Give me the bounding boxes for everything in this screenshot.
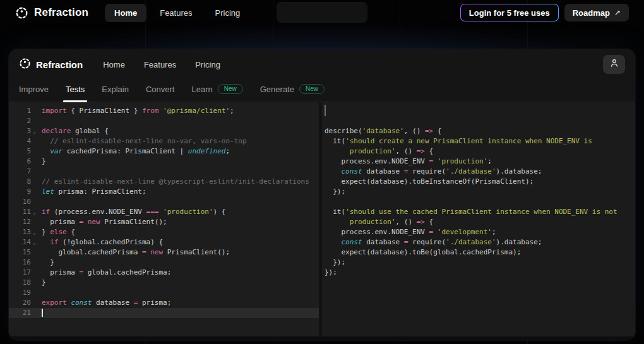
output-code-line[interactable]: expect(database).toBeInstanceOf(PrismaCl… xyxy=(325,177,635,187)
output-code-line[interactable]: }); xyxy=(325,268,635,278)
line-number: 1 xyxy=(9,106,38,116)
code-line[interactable]: 19 xyxy=(9,288,319,298)
line-number: 9 xyxy=(9,187,38,197)
output-code-line[interactable]: expect(database).toBe(global.cachedPrism… xyxy=(325,247,635,258)
text-cursor xyxy=(42,309,43,317)
code-line[interactable]: 6} xyxy=(9,157,319,167)
output-code-line[interactable] xyxy=(325,197,635,207)
tab-convert[interactable]: Convert xyxy=(146,85,175,102)
app-nav: Home Features Pricing xyxy=(103,60,220,69)
code-line[interactable]: 3⌄declare global { xyxy=(9,126,319,136)
code-editor: 1import { PrismaClient } from '@prisma/c… xyxy=(9,102,635,336)
nav-home[interactable]: Home xyxy=(105,4,146,22)
fold-chevron-icon[interactable]: ⌄ xyxy=(31,126,38,136)
tab-generate[interactable]: Generate New xyxy=(260,84,325,102)
external-link-arrow-icon: ↗ xyxy=(614,8,621,17)
output-code-line[interactable] xyxy=(325,116,635,126)
tab-generate-label: Generate xyxy=(260,85,294,94)
text-cursor xyxy=(325,105,326,116)
output-code-line[interactable]: it('should use the cached PrismaClient i… xyxy=(325,207,635,217)
tab-improve-label: Improve xyxy=(19,85,49,94)
app-window: Refraction Home Features Pricing Improve… xyxy=(9,49,635,340)
output-code-line[interactable]: production', () => { xyxy=(325,146,635,157)
user-account-button[interactable] xyxy=(603,55,625,74)
line-number: 4 xyxy=(9,136,38,146)
output-code-line[interactable]: }); xyxy=(325,258,635,268)
line-number: 14⌄ xyxy=(9,237,38,247)
code-line[interactable]: 14⌄ if (!global.cachedPrisma) { xyxy=(9,237,319,247)
output-code-line[interactable]: it('should create a new PrismaClient ins… xyxy=(325,136,635,146)
code-line[interactable]: 2 xyxy=(9,116,319,126)
output-code-line[interactable]: production', () => { xyxy=(325,217,635,227)
output-code-line[interactable]: describe('database', () => { xyxy=(325,126,635,136)
window-footer xyxy=(9,336,635,340)
mode-tabs: Improve Tests Explain Convert Learn New … xyxy=(9,80,635,102)
line-number: 13⌄ xyxy=(9,227,38,237)
tab-explain[interactable]: Explain xyxy=(102,85,129,102)
refraction-logo-icon xyxy=(19,57,31,71)
line-number: 21 xyxy=(9,308,38,318)
output-code-line[interactable]: }); xyxy=(325,187,635,197)
code-line[interactable]: 5 var cachedPrisma: PrismaClient | undef… xyxy=(9,146,319,157)
generated-tests-pane[interactable]: describe('database', () => { it('should … xyxy=(322,102,635,336)
tab-convert-label: Convert xyxy=(146,85,175,94)
fold-chevron-icon[interactable]: ⌄ xyxy=(31,207,38,217)
roadmap-button[interactable]: Roadmap ↗ xyxy=(564,4,629,21)
app-nav-pricing[interactable]: Pricing xyxy=(195,60,220,69)
line-number: 2 xyxy=(9,116,38,126)
code-line[interactable]: 20export const database = prisma; xyxy=(9,298,319,308)
code-line[interactable]: 21 xyxy=(9,308,319,318)
refraction-logo-icon xyxy=(15,6,28,20)
topbar-actions: Login for 5 free uses Roadmap ↗ xyxy=(460,4,629,21)
app-nav-features[interactable]: Features xyxy=(144,60,176,69)
code-line[interactable]: 13⌄} else { xyxy=(9,227,319,237)
line-number: 8 xyxy=(9,177,38,187)
output-code-line[interactable]: process.env.NODE_ENV = 'production'; xyxy=(325,157,635,167)
output-code-line[interactable]: process.env.NODE_ENV = 'development'; xyxy=(325,227,635,237)
app-nav-home[interactable]: Home xyxy=(103,60,125,69)
tab-explain-label: Explain xyxy=(102,85,129,94)
user-icon xyxy=(609,58,619,71)
source-code-pane[interactable]: 1import { PrismaClient } from '@prisma/c… xyxy=(9,102,319,336)
site-brand[interactable]: Refraction xyxy=(15,6,88,20)
app-brand-label: Refraction xyxy=(36,59,83,70)
code-line[interactable]: 1import { PrismaClient } from '@prisma/c… xyxy=(9,106,319,116)
code-line[interactable]: 15 global.cachedPrisma = new PrismaClien… xyxy=(9,247,319,258)
fold-chevron-icon[interactable]: ⌄ xyxy=(31,227,38,237)
code-line[interactable]: 10 xyxy=(9,197,319,207)
nav-features[interactable]: Features xyxy=(150,4,201,22)
code-line[interactable]: 11⌄if (process.env.NODE_ENV === 'product… xyxy=(9,207,319,217)
site-nav: Home Features Pricing xyxy=(105,4,249,22)
line-number: 6 xyxy=(9,157,38,167)
tab-learn[interactable]: Learn New xyxy=(191,84,242,102)
tab-improve[interactable]: Improve xyxy=(19,85,49,102)
line-number: 11⌄ xyxy=(9,207,38,217)
roadmap-button-label: Roadmap xyxy=(573,8,610,18)
new-badge: New xyxy=(299,84,325,94)
line-number: 10 xyxy=(9,197,38,207)
code-line[interactable]: 12 prisma = new PrismaClient(); xyxy=(9,217,319,227)
line-number: 12 xyxy=(9,217,38,227)
code-line[interactable]: 9let prisma: PrismaClient; xyxy=(9,187,319,197)
code-line[interactable]: 7 xyxy=(9,167,319,177)
app-brand[interactable]: Refraction xyxy=(19,57,83,71)
code-line[interactable]: 18} xyxy=(9,278,319,288)
output-code-line[interactable]: const database = require('./database').d… xyxy=(325,167,635,177)
site-topbar: Refraction Home Features Pricing Login f… xyxy=(0,0,644,25)
code-line[interactable]: 16 } xyxy=(9,258,319,268)
line-number: 17 xyxy=(9,268,38,278)
code-line[interactable]: 8// eslint-disable-next-line @typescript… xyxy=(9,177,319,187)
code-line[interactable]: 17 prisma = global.cachedPrisma; xyxy=(9,268,319,278)
code-line[interactable]: 4 // eslint-disable-next-line no-var, va… xyxy=(9,136,319,146)
output-code-line[interactable]: const database = require('./database').d… xyxy=(325,237,635,247)
tab-tests-label: Tests xyxy=(66,85,85,94)
output-code-line[interactable] xyxy=(325,106,635,116)
faded-hero-button xyxy=(277,2,367,23)
tab-tests[interactable]: Tests xyxy=(66,85,85,102)
app-header: Refraction Home Features Pricing xyxy=(9,49,635,80)
fold-chevron-icon[interactable]: ⌄ xyxy=(31,237,38,247)
new-badge: New xyxy=(218,84,243,94)
login-button[interactable]: Login for 5 free uses xyxy=(460,4,559,21)
nav-pricing[interactable]: Pricing xyxy=(206,4,250,22)
line-number: 16 xyxy=(9,258,38,268)
